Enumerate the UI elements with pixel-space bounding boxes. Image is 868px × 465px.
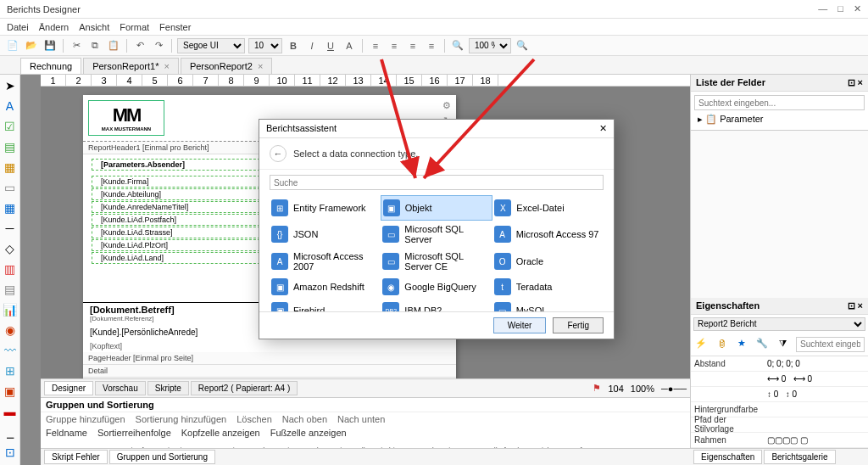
- add-sort-button[interactable]: Sortierung hinzufügen: [136, 414, 227, 424]
- table-icon[interactable]: ▦: [3, 200, 18, 216]
- conn-firebird[interactable]: ▣Firebird: [270, 299, 381, 311]
- menu-format[interactable]: Format: [120, 22, 149, 32]
- text-icon[interactable]: A: [3, 98, 18, 114]
- add-group-button[interactable]: Gruppe hinzufügen: [46, 414, 125, 424]
- crossref-icon[interactable]: ⊡: [3, 445, 18, 460]
- conn-mssql-ce[interactable]: ▭Microsoft SQL Server CE: [381, 248, 492, 275]
- lightning-icon[interactable]: ⚡: [694, 337, 708, 350]
- line-icon[interactable]: ─: [3, 221, 18, 236]
- subreport-icon[interactable]: ▣: [3, 384, 18, 399]
- conn-mysql[interactable]: ▭MySQL: [492, 299, 604, 311]
- tab-skript-fehler[interactable]: Skript Fehler: [44, 450, 108, 464]
- close-icon[interactable]: ✕: [854, 3, 861, 14]
- pdf-icon[interactable]: ▬: [3, 404, 18, 419]
- menu-datei[interactable]: Datei: [7, 22, 29, 32]
- checkbox-icon[interactable]: ☑: [3, 119, 18, 134]
- zoom-out-icon[interactable]: 🔍: [450, 38, 465, 53]
- field-kopf[interactable]: [Kopftext]: [83, 340, 456, 352]
- conn-json[interactable]: {}JSON: [270, 221, 381, 248]
- conn-objekt[interactable]: ▣Objekt: [381, 195, 493, 221]
- italic-icon[interactable]: I: [304, 38, 320, 53]
- new-icon[interactable]: 📄: [5, 38, 20, 53]
- tab-close-icon[interactable]: ×: [258, 61, 263, 71]
- menu-ansicht[interactable]: Ansicht: [79, 22, 109, 32]
- chart-icon[interactable]: 📊: [3, 302, 18, 317]
- filter-icon[interactable]: ⧩: [776, 337, 789, 350]
- undo-icon[interactable]: ↶: [132, 38, 147, 53]
- fontsize-select[interactable]: 10: [248, 38, 282, 53]
- conn-excel[interactable]: XExcel-Datei: [492, 195, 604, 221]
- align-right-icon[interactable]: ≡: [405, 38, 420, 53]
- menu-aendern[interactable]: Ändern: [39, 22, 69, 32]
- bold-icon[interactable]: B: [286, 38, 301, 53]
- props-object-select[interactable]: Report2 Bericht: [693, 317, 865, 331]
- barcode-icon[interactable]: ▥: [3, 261, 18, 277]
- zoom-select[interactable]: 100 %: [469, 38, 511, 53]
- tab-report2-paper[interactable]: Report2 ( Papierart: A4 ): [191, 381, 298, 395]
- gear-icon[interactable]: ⚙: [442, 100, 451, 111]
- align-justify-icon[interactable]: ≡: [424, 38, 439, 53]
- props-search[interactable]: [796, 337, 865, 352]
- section-detail[interactable]: Detail: [83, 365, 456, 378]
- tab-designer[interactable]: Designer: [44, 381, 93, 395]
- wizard-close-icon[interactable]: ✕: [599, 123, 607, 134]
- menu-fenster[interactable]: Fenster: [159, 22, 191, 32]
- pagebreak-icon[interactable]: ⎯: [3, 424, 18, 440]
- conn-db2[interactable]: DB2IBM DB2: [381, 299, 492, 311]
- conn-access97[interactable]: AMicrosoft Access 97: [492, 221, 604, 248]
- gauge-icon[interactable]: ◉: [3, 322, 18, 338]
- tab-eigenschaften[interactable]: Eigenschaften: [693, 450, 762, 464]
- redo-icon[interactable]: ↷: [151, 38, 166, 53]
- fontcolor-icon[interactable]: A: [342, 38, 357, 53]
- conn-redshift[interactable]: ▣Amazon Redshift: [270, 275, 381, 299]
- image-icon[interactable]: ▦: [3, 160, 18, 175]
- zoom-in-icon[interactable]: 🔍: [515, 38, 530, 53]
- wizard-next-button[interactable]: Weiter: [493, 317, 547, 333]
- sparkline-icon[interactable]: 〰: [3, 343, 18, 358]
- tab-skripte[interactable]: Skripte: [147, 381, 189, 395]
- conn-access2007[interactable]: AMicrosoft Access 2007: [270, 248, 381, 275]
- conn-teradata[interactable]: tTeradata: [492, 275, 604, 299]
- underline-icon[interactable]: U: [323, 38, 338, 53]
- pivot-icon[interactable]: ⊞: [3, 363, 18, 378]
- tab-gruppen[interactable]: Gruppen und Sortierung: [109, 450, 215, 464]
- tab-personreport1[interactable]: PersonReport1*×: [83, 58, 179, 74]
- wrench-icon[interactable]: 🔧: [755, 337, 769, 350]
- section-pageheader[interactable]: PageHeader [Einmal pro Seite]: [83, 352, 456, 365]
- maximize-icon[interactable]: □: [837, 3, 843, 14]
- fieldlist-search[interactable]: [694, 95, 865, 110]
- conn-mssql[interactable]: ▭Microsoft SQL Server: [381, 221, 492, 248]
- conn-entity-framework[interactable]: ⊞Entity Framework: [270, 195, 381, 221]
- wizard-search[interactable]: [270, 175, 604, 190]
- data-icon[interactable]: 🛢: [715, 337, 728, 350]
- tab-personreport2[interactable]: PersonReport2×: [181, 58, 272, 74]
- wizard-finish-button[interactable]: Fertig: [553, 317, 604, 333]
- font-select[interactable]: Segoe UI: [177, 38, 245, 53]
- save-icon[interactable]: 💾: [42, 38, 58, 53]
- tab-vorschau[interactable]: Vorschau: [95, 381, 146, 395]
- move-up-button[interactable]: Nach oben: [282, 414, 327, 424]
- paste-icon[interactable]: 📋: [106, 38, 121, 53]
- open-icon[interactable]: 📂: [24, 38, 39, 53]
- logo-image[interactable]: MMMAX MUSTERMANN: [88, 100, 164, 136]
- fieldlist-parameter[interactable]: ▸ 📋 Parameter: [694, 112, 865, 126]
- zoom-slider[interactable]: ─●──: [661, 384, 687, 394]
- copy-icon[interactable]: ⧉: [87, 38, 103, 53]
- cut-icon[interactable]: ✂: [69, 38, 84, 53]
- tab-close-icon[interactable]: ×: [164, 61, 169, 71]
- shape-icon[interactable]: ◇: [3, 241, 18, 256]
- conn-oracle[interactable]: OOracle: [492, 248, 604, 275]
- tab-rechnung[interactable]: Rechnung: [20, 58, 81, 74]
- wizard-back-icon[interactable]: ←: [270, 145, 287, 162]
- border-picker[interactable]: ▢▢▢▢ ▢: [767, 435, 868, 445]
- panel-icon[interactable]: ▭: [3, 180, 18, 195]
- minimize-icon[interactable]: —: [818, 3, 827, 14]
- tab-berichtsgalerie[interactable]: Berichtsgalerie: [764, 450, 835, 464]
- star-icon[interactable]: ★: [735, 337, 748, 350]
- panel-pin-icon[interactable]: ⊡ ×: [848, 77, 863, 88]
- panel-pin-icon[interactable]: ⊡ ×: [848, 300, 863, 311]
- move-down-button[interactable]: Nach unten: [337, 414, 385, 424]
- delete-button[interactable]: Löschen: [236, 414, 272, 424]
- zip-icon[interactable]: ▤: [3, 282, 18, 297]
- align-left-icon[interactable]: ≡: [368, 38, 383, 53]
